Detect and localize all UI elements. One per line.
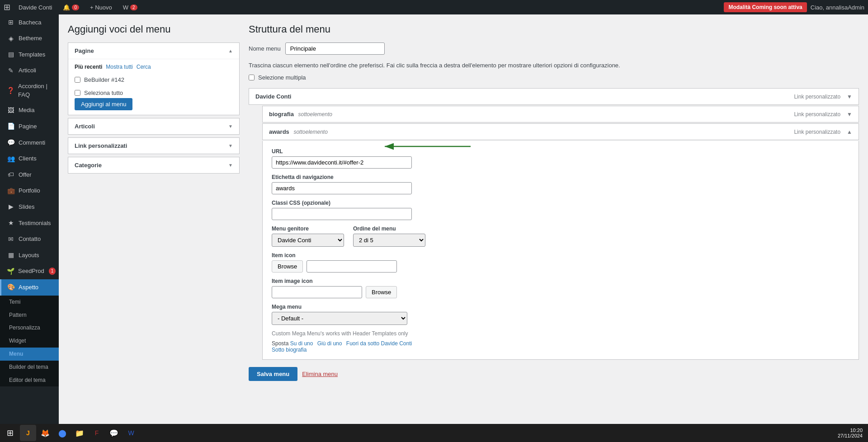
taskbar-apps: J 🦊 ⬤ 📁 F 💬 W [18, 425, 838, 441]
menu-item-davide-conti[interactable]: Davide Conti Link personalizzato ▼ [249, 88, 859, 105]
sidebar-item-commenti[interactable]: 💬 Commenti [0, 135, 59, 151]
awards-toggle[interactable]: ▲ [847, 129, 852, 135]
sidebar-item-portfolio[interactable]: 💼 Portfolio [0, 183, 59, 199]
articoli-accordion-header[interactable]: Articoli ▼ [68, 118, 239, 134]
clients-icon: 👥 [7, 155, 15, 164]
sidebar-item-accordion[interactable]: ❓ Accordion | FAQ [0, 79, 59, 102]
aspetto-icon: 🎨 [7, 283, 15, 292]
submenu-item-personalizza[interactable]: Personalizza [0, 321, 59, 334]
biografia-toggle[interactable]: ▼ [847, 111, 852, 118]
order-select[interactable]: 2 di 5 [353, 234, 425, 247]
submenu-item-editor[interactable]: Editor del tema [0, 374, 59, 387]
css-form-row: Classi CSS (opzionale) [272, 200, 849, 220]
tab-mostra[interactable]: Mostra tutti [106, 64, 132, 70]
biografia-label: biografia [269, 111, 294, 118]
taskbar-app-word[interactable]: W [123, 425, 139, 441]
select-multiple-checkbox[interactable] [249, 75, 255, 80]
browse-icon-button[interactable]: Browse [272, 260, 303, 273]
taskbar-app-skype[interactable]: 💬 [106, 425, 122, 441]
davide-conti-toggle[interactable]: ▼ [847, 94, 852, 100]
nav-label-label: Etichetta di navigazione [272, 174, 849, 180]
select-all-checkbox[interactable] [75, 90, 80, 96]
sidebar-item-contatto[interactable]: ✉ Contatto [0, 231, 59, 248]
parent-select[interactable]: Davide Conti [272, 234, 344, 247]
main-content: Aggiungi voci del menu Pagine ▲ Più rece… [59, 14, 868, 442]
wp-logo-icon[interactable]: ⊞ [4, 2, 10, 12]
menu-name-input[interactable] [285, 42, 385, 55]
sidebar-item-pagine[interactable]: 📄 Pagine [0, 118, 59, 135]
adminbar-site-name[interactable]: Davide Conti [14, 0, 57, 14]
url-form-row: URL [272, 148, 849, 169]
browse-image-button[interactable]: Browse [366, 286, 397, 298]
move-sub-link[interactable]: Sotto biografia [272, 347, 307, 353]
image-value-input[interactable] [272, 286, 362, 298]
taskbar-app-java[interactable]: J [20, 425, 36, 441]
move-up-link[interactable]: Su di uno [290, 340, 313, 347]
parent-order-row: Menu genitore Davide Conti Ordine del me… [272, 226, 849, 247]
icon-value-input[interactable] [307, 260, 397, 273]
bebuilder-checkbox[interactable] [75, 77, 80, 83]
categorie-accordion-header[interactable]: Categorie ▼ [68, 157, 239, 173]
media-icon: 🖼 [7, 106, 15, 115]
save-menu-button[interactable]: Salva menu [249, 367, 297, 381]
sidebar-item-offer[interactable]: 🏷 Offer [0, 167, 59, 183]
seedprod-badge: 1 [49, 268, 56, 275]
sidebar-item-media[interactable]: 🖼 Media [0, 103, 59, 119]
taskbar-app-files[interactable]: 📁 [71, 425, 88, 441]
taskbar-start-button[interactable]: ⊞ [2, 425, 18, 441]
move-down-link[interactable]: Giù di uno [317, 340, 342, 347]
structure-title: Struttura del menu [249, 24, 859, 35]
delete-menu-button[interactable]: Elimina menu [302, 367, 338, 381]
add-to-menu-button[interactable]: Aggiungi al menu [75, 98, 132, 110]
sidebar-item-templates[interactable]: ▤ Templates [0, 47, 59, 63]
articoli-accordion: Articoli ▼ [68, 118, 240, 135]
sidebar-item-clients[interactable]: 👥 Clients [0, 151, 59, 167]
davide-conti-label: Davide Conti [255, 93, 291, 100]
add-menu-title: Aggiungi voci del menu [68, 24, 240, 35]
articoli-icon: ✎ [7, 66, 15, 75]
taskbar-app-chrome[interactable]: ⬤ [54, 425, 71, 441]
submenu-item-widget[interactable]: Widget [0, 334, 59, 348]
parent-label: Menu genitore [272, 226, 344, 232]
sidebar-item-testimonials[interactable]: ★ Testimonials [0, 215, 59, 231]
dashboard-icon: ⊞ [7, 18, 15, 27]
taskbar-app-firefox[interactable]: 🦊 [37, 425, 53, 441]
sidebar-item-seedprod[interactable]: 🌱 SeedProd 1 [0, 263, 59, 280]
sidebar-item-slides[interactable]: ▶ Slides [0, 199, 59, 215]
select-multiple-label: Selezione multipla [258, 74, 306, 81]
offer-icon: 🏷 [7, 170, 15, 179]
pagine-accordion-content: Più recenti Mostra tutti Cerca BeBuilder… [68, 59, 239, 115]
sidebar-item-bacheca[interactable]: ⊞ Bacheca [0, 14, 59, 31]
taskbar-app-filezilla[interactable]: F [89, 425, 105, 441]
submenu-item-builder[interactable]: Builder del tema [0, 361, 59, 374]
submenu-item-temi[interactable]: Temi [0, 296, 59, 309]
tab-cerca[interactable]: Cerca [137, 64, 151, 70]
css-label: Classi CSS (opzionale) [272, 200, 849, 206]
taskbar-time: 10:20 [838, 428, 863, 433]
sidebar-item-layouts[interactable]: ▦ Layouts [0, 247, 59, 263]
css-input[interactable] [272, 208, 412, 220]
categorie-accordion: Categorie ▼ [68, 157, 240, 174]
menu-item-biografia[interactable]: biografia sottoelemento Link personalizz… [262, 106, 859, 122]
adminbar-wp-badge[interactable]: W 2 [118, 0, 142, 14]
tab-recenti[interactable]: Più recenti [75, 64, 102, 70]
adminbar-new[interactable]: + Nuovo [85, 0, 117, 14]
url-input[interactable] [272, 156, 412, 169]
sidebar-item-aspetto[interactable]: 🎨 Aspetto [0, 279, 59, 296]
submenu-item-menu[interactable]: Menu [0, 348, 59, 361]
sidebar-item-articoli[interactable]: ✎ Articoli [0, 63, 59, 79]
menu-item-awards[interactable]: awards sottoelemento Link personalizzato… [262, 123, 859, 140]
awards-type: Link personalizzato [794, 129, 840, 135]
taskbar-date: 27/11/2024 [838, 433, 863, 438]
biografia-sub: sottoelemento [298, 111, 332, 118]
adminbar-notifications[interactable]: 🔔 0 [58, 0, 84, 14]
link-section-title: Link personalizzati [75, 142, 127, 149]
mega-menu-select[interactable]: - Default - [272, 312, 407, 325]
move-out-link[interactable]: Fuori da sotto Davide Conti [346, 340, 412, 347]
nav-label-input[interactable] [272, 182, 412, 194]
submenu-item-pattern[interactable]: Pattern [0, 309, 59, 322]
pagine-accordion-header[interactable]: Pagine ▲ [68, 43, 239, 59]
sidebar-item-betheme[interactable]: ◈ Betheme [0, 31, 59, 47]
link-accordion-header[interactable]: Link personalizzati ▼ [68, 138, 239, 154]
menu-name-row: Nome menu [249, 42, 859, 55]
